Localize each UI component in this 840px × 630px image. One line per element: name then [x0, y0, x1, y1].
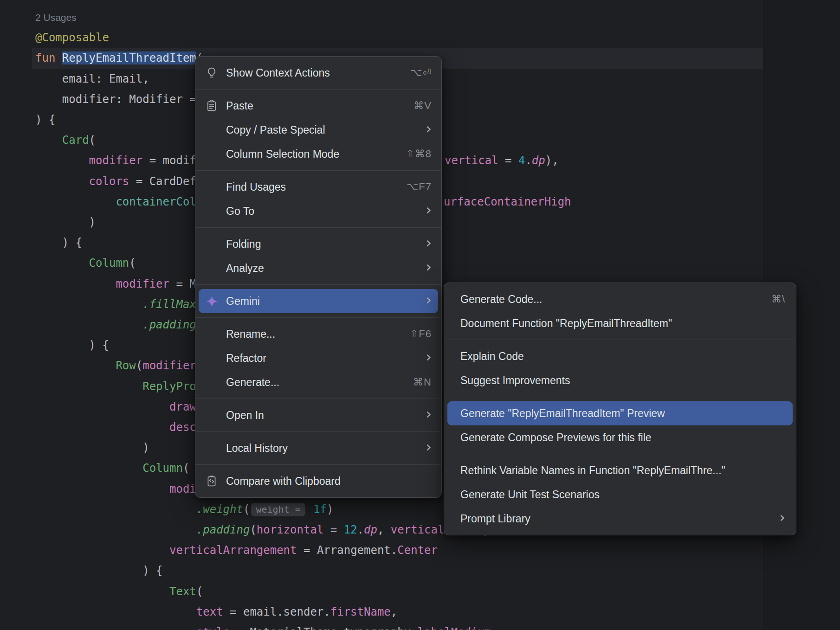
menu-separator	[195, 464, 441, 465]
menu-item-generate-compose-previews-for-this-file[interactable]: Generate Compose Previews for this file	[447, 425, 793, 450]
menu-shortcut: ⌘N	[413, 376, 432, 388]
menu-item-rename[interactable]: Rename...⇧F6	[199, 322, 438, 346]
code-token	[35, 421, 169, 434]
code-line: ) {	[35, 560, 163, 581]
code-line: verticalArrangement = Arrangement.Center	[35, 540, 438, 560]
code-token	[35, 195, 116, 208]
code-token	[35, 605, 196, 618]
menu-item-go-to[interactable]: Go To›	[199, 199, 438, 223]
menu-separator	[444, 397, 796, 397]
code-token	[35, 154, 89, 167]
menu-item-open-in[interactable]: Open In›	[199, 403, 438, 427]
code-token: = Arrangement.	[297, 544, 398, 557]
code-token: .weight	[196, 503, 243, 516]
menu-item-generate-replyemailthreaditem-preview[interactable]: Generate "ReplyEmailThreadItem" Preview	[447, 401, 793, 425]
menu-item-label: Prompt Library	[460, 513, 530, 525]
menu-item-label: Analyze	[226, 262, 264, 275]
code-token	[35, 462, 142, 475]
menu-item-rethink-variable-names-in-function-replyemailthre[interactable]: Rethink Variable Names in Function "Repl…	[447, 458, 793, 482]
menu-item-document-function-replyemailthreaditem[interactable]: Document Function "ReplyEmailThreadItem"	[447, 311, 793, 335]
code-token: = email.sender.	[223, 605, 330, 618]
menu-item-prompt-library[interactable]: Prompt Library›	[447, 507, 793, 531]
compare-clipboard-icon	[206, 475, 226, 487]
menu-item-column-selection-mode[interactable]: Column Selection Mode⇧⌘8	[199, 142, 438, 166]
code-token	[35, 277, 116, 290]
code-line: )	[35, 437, 149, 458]
code-token: (	[243, 503, 250, 516]
menu-item-copy-paste-special[interactable]: Copy / Paste Special›	[199, 118, 438, 142]
code-token: =	[498, 154, 518, 167]
code-token: ) {	[35, 339, 109, 352]
code-token: Card	[62, 134, 89, 147]
menu-item-explain-code[interactable]: Explain Code	[447, 344, 793, 368]
code-token	[35, 318, 142, 331]
menu-item-generate-code[interactable]: Generate Code...⌘\	[447, 287, 793, 311]
menu-shortcut: ⌥⏎	[410, 67, 432, 79]
menu-item-folding[interactable]: Folding›	[199, 232, 438, 256]
code-token: urfaceContainerHigh	[444, 195, 571, 208]
menu-shortcut: ⇧F6	[410, 328, 432, 340]
code-token: )	[35, 441, 149, 454]
code-token	[35, 544, 169, 557]
menu-item-compare-with-clipboard[interactable]: Compare with Clipboard	[199, 469, 438, 493]
code-line: ) {	[35, 335, 109, 355]
menu-item-generate[interactable]: Generate...⌘N	[199, 370, 438, 394]
code-line: .padding(horizontal = 12.dp, vertical = …	[35, 520, 505, 540]
code-token	[35, 400, 169, 413]
menu-item-label: Column Selection Mode	[226, 148, 339, 161]
menu-item-paste[interactable]: Paste⌘V	[199, 94, 438, 118]
code-fragment: vertical = 4.dp),	[445, 150, 559, 171]
code-token: (	[250, 523, 256, 536]
menu-separator	[444, 454, 796, 454]
menu-item-label: Generate Unit Test Scenarios	[460, 489, 600, 501]
menu-item-refactor[interactable]: Refactor›	[199, 346, 438, 370]
menu-item-suggest-improvements[interactable]: Suggest Improvements	[447, 368, 793, 392]
menu-separator	[444, 340, 796, 340]
code-line: .weight(weight = 1f)	[35, 499, 334, 520]
code-token: Text	[169, 585, 196, 598]
submenu-chevron-icon: ›	[426, 406, 432, 421]
menu-item-show-context-actions[interactable]: Show Context Actions⌥⏎	[199, 61, 438, 85]
gemini-submenu: Generate Code...⌘\Document Function "Rep…	[444, 283, 796, 535]
code-line: fun ReplyEmailThreadItem(	[35, 48, 203, 68]
submenu-chevron-icon: ›	[426, 235, 432, 250]
editor-context-menu: Show Context Actions⌥⏎Paste⌘VCopy / Past…	[195, 56, 442, 498]
submenu-chevron-icon: ›	[426, 259, 432, 274]
menu-item-label: Generate "ReplyEmailThreadItem" Preview	[460, 407, 665, 420]
menu-item-label: Paste	[226, 100, 253, 112]
menu-separator	[195, 227, 441, 228]
code-token: firstName	[330, 605, 391, 618]
menu-item-label: Rethink Variable Names in Function "Repl…	[460, 464, 725, 477]
menu-item-label: Generate Code...	[460, 293, 542, 306]
usages-code-vision[interactable]: 2 Usages	[35, 12, 77, 23]
code-line: Card(	[35, 130, 96, 150]
submenu-chevron-icon: ›	[426, 439, 432, 454]
code-line: @Composable	[35, 27, 109, 48]
code-token	[35, 257, 89, 270]
code-token: vertical	[391, 523, 445, 536]
menu-item-generate-unit-test-scenarios[interactable]: Generate Unit Test Scenarios	[447, 482, 793, 507]
menu-separator	[195, 317, 441, 318]
code-token: vertical	[445, 154, 498, 167]
gemini-sparkle-icon	[206, 295, 226, 308]
menu-item-local-history[interactable]: Local History›	[199, 436, 438, 460]
code-token: ) {	[35, 236, 82, 249]
menu-shortcut: ⌘\	[771, 293, 785, 305]
code-token	[35, 503, 196, 516]
code-token	[35, 585, 169, 598]
submenu-chevron-icon: ›	[426, 202, 432, 217]
code-token	[35, 134, 62, 147]
code-token	[35, 626, 196, 630]
code-token: modifier	[142, 359, 196, 372]
menu-item-label: Explain Code	[460, 350, 524, 363]
code-token: style	[196, 626, 230, 630]
menu-shortcut: ⇧⌘8	[406, 148, 432, 160]
menu-item-gemini[interactable]: Gemini›	[199, 289, 438, 313]
menu-item-analyze[interactable]: Analyze›	[199, 256, 438, 280]
code-line: Text(	[35, 581, 203, 602]
code-token: .padding	[196, 523, 250, 536]
menu-item-label: Find Usages	[226, 181, 286, 193]
menu-separator	[195, 89, 441, 90]
menu-item-find-usages[interactable]: Find Usages⌥F7	[199, 175, 438, 199]
menu-item-label: Document Function "ReplyEmailThreadItem"	[460, 317, 672, 330]
